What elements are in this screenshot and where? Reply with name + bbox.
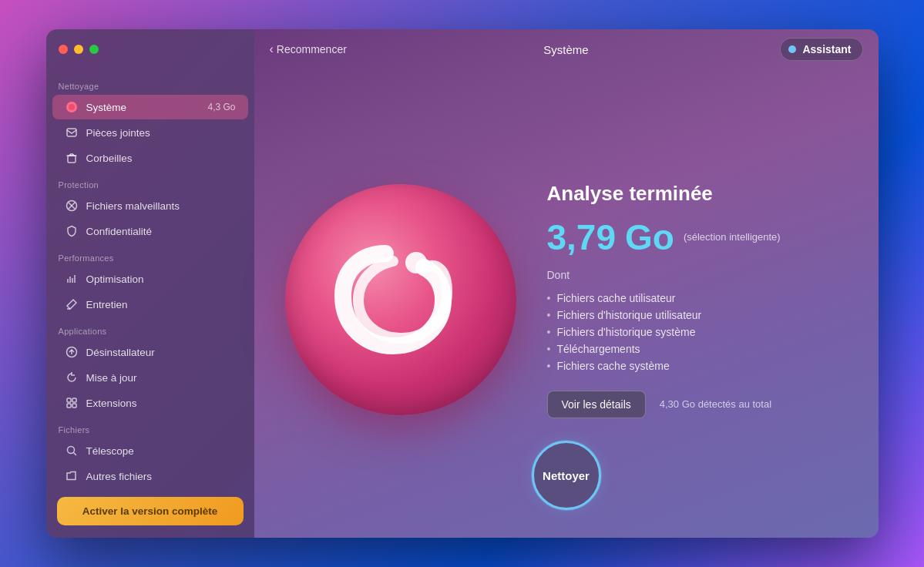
- detail-item-4: Téléchargements: [547, 343, 832, 355]
- detail-text-2: Fichiers d'historique utilisateur: [556, 309, 701, 321]
- sidebar-item-fichiers-malveillants[interactable]: Fichiers malveillants: [52, 193, 248, 218]
- main-titlebar: ‹ Recommencer Système Assistant: [254, 29, 879, 69]
- fichiers-malveillants-label: Fichiers malveillants: [86, 200, 236, 212]
- svg-rect-19: [72, 398, 76, 402]
- sidebar-item-entretien[interactable]: Entretien: [52, 292, 248, 317]
- back-chevron-icon: ‹: [270, 42, 274, 56]
- section-performances-label: Performances: [46, 244, 254, 266]
- systeme-icon: [65, 100, 79, 114]
- close-button[interactable]: [59, 45, 68, 54]
- logo-sphere: [285, 184, 516, 415]
- voir-details-button[interactable]: Voir les détails: [547, 391, 646, 418]
- nettoyer-button[interactable]: Nettoyer: [532, 441, 601, 510]
- analysis-title: Analyse terminée: [547, 182, 832, 206]
- maximize-button[interactable]: [89, 45, 99, 54]
- svg-rect-3: [68, 156, 76, 163]
- telescope-label: Télescope: [86, 445, 236, 457]
- total-detected: 4,30 Go détectés au total: [660, 398, 771, 410]
- back-label: Recommencer: [277, 43, 347, 55]
- detail-item-5: Fichiers cache système: [547, 360, 832, 372]
- size-number: 3,79: [547, 217, 617, 257]
- svg-point-29: [405, 252, 427, 273]
- svg-rect-20: [67, 404, 71, 408]
- details-list: Fichiers cache utilisateur Fichiers d'hi…: [547, 292, 832, 372]
- size-unit: Go: [625, 220, 674, 255]
- detail-text-3: Fichiers d'historique système: [556, 326, 695, 338]
- confidentialite-icon: [65, 224, 79, 238]
- autres-fichiers-label: Autres fichiers: [86, 471, 236, 482]
- sidebar-content: Nettoyage Système 4,3 Go: [46, 69, 254, 488]
- mise-a-jour-icon: [65, 371, 79, 384]
- extensions-icon: [65, 396, 79, 410]
- sidebar-item-autres-fichiers[interactable]: Autres fichiers: [52, 464, 248, 488]
- telescope-icon: [65, 444, 79, 458]
- size-subtitle: (sélection intelligente): [684, 231, 781, 243]
- optimisation-label: Optimisation: [86, 273, 236, 285]
- detail-item-3: Fichiers d'historique système: [547, 326, 832, 338]
- dont-label: Dont: [547, 269, 832, 281]
- svg-line-23: [73, 453, 76, 456]
- nettoyer-container: Nettoyer: [532, 441, 601, 510]
- pieces-jointes-label: Pièces jointes: [86, 127, 236, 139]
- app-window: Nettoyage Système 4,3 Go: [46, 29, 879, 538]
- section-nettoyage-label: Nettoyage: [46, 72, 254, 94]
- svg-rect-2: [67, 129, 76, 136]
- confidentialite-label: Confidentialité: [86, 226, 236, 237]
- systeme-badge: 4,3 Go: [207, 102, 235, 112]
- optimisation-icon: [65, 272, 79, 286]
- pieces-jointes-icon: [65, 126, 79, 139]
- right-panel: Analyse terminée 3,79 Go (sélection inte…: [547, 182, 832, 418]
- corbeilles-icon: [65, 151, 79, 165]
- systeme-label: Système: [86, 102, 200, 113]
- svg-point-22: [67, 447, 74, 454]
- back-button[interactable]: ‹ Recommencer: [270, 42, 347, 56]
- detail-item-2: Fichiers d'historique utilisateur: [547, 309, 832, 321]
- sidebar: Nettoyage Système 4,3 Go: [46, 29, 254, 538]
- section-protection-label: Protection: [46, 171, 254, 193]
- detail-text-1: Fichiers cache utilisateur: [556, 292, 675, 304]
- assistant-label: Assistant: [802, 43, 851, 55]
- activate-button[interactable]: Activer la version complète: [57, 497, 244, 525]
- minimize-button[interactable]: [74, 45, 83, 54]
- entretien-icon: [65, 297, 79, 311]
- sidebar-item-systeme[interactable]: Système 4,3 Go: [52, 95, 248, 119]
- mise-a-jour-label: Mise à jour: [86, 372, 236, 384]
- svg-rect-18: [67, 398, 71, 402]
- sidebar-item-optimisation[interactable]: Optimisation: [52, 267, 248, 291]
- fichiers-malveillants-icon: [65, 199, 79, 213]
- svg-rect-21: [72, 404, 76, 408]
- autres-fichiers-icon: [65, 469, 79, 483]
- sidebar-item-extensions[interactable]: Extensions: [52, 391, 248, 415]
- corbeilles-label: Corbeilles: [86, 153, 236, 164]
- extensions-label: Extensions: [86, 398, 236, 409]
- assistant-button[interactable]: Assistant: [780, 38, 862, 61]
- assistant-dot-icon: [788, 45, 796, 53]
- app-logo: [324, 223, 478, 377]
- sidebar-item-pieces-jointes[interactable]: Pièces jointes: [52, 120, 248, 145]
- section-fichiers-label: Fichiers: [46, 416, 254, 438]
- desinstallateur-label: Désinstallateur: [86, 347, 236, 358]
- size-value: 3,79: [547, 220, 617, 255]
- svg-point-1: [69, 104, 75, 110]
- main-content: ‹ Recommencer Système Assistant: [254, 29, 879, 538]
- detail-item-1: Fichiers cache utilisateur: [547, 292, 832, 304]
- sidebar-item-mise-a-jour[interactable]: Mise à jour: [52, 365, 248, 390]
- size-row: 3,79 Go (sélection intelligente): [547, 220, 832, 255]
- desinstallateur-icon: [65, 345, 79, 359]
- title-bar: [46, 29, 254, 69]
- sidebar-bottom: Activer la version complète: [46, 488, 254, 538]
- detail-text-4: Téléchargements: [556, 343, 640, 355]
- sidebar-item-confidentialite[interactable]: Confidentialité: [52, 219, 248, 243]
- main-section-title: Système: [543, 43, 588, 56]
- sidebar-item-corbeilles[interactable]: Corbeilles: [52, 146, 248, 170]
- entretien-label: Entretien: [86, 299, 236, 310]
- sidebar-item-desinstallateur[interactable]: Désinstallateur: [52, 340, 248, 364]
- section-applications-label: Applications: [46, 317, 254, 339]
- sidebar-item-telescope[interactable]: Télescope: [52, 438, 248, 463]
- detail-text-5: Fichiers cache système: [556, 360, 669, 372]
- bottom-row: Voir les détails 4,30 Go détectés au tot…: [547, 391, 832, 418]
